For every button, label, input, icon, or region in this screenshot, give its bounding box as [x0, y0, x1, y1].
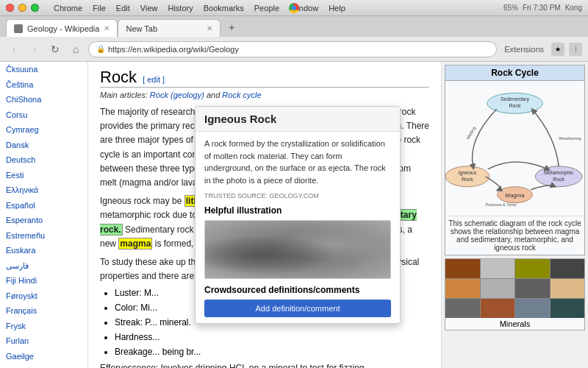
bookmark-icon[interactable]: ★ [551, 43, 564, 56]
sidebar-item-7[interactable]: Eesti [0, 168, 87, 183]
sidebar-item-4[interactable]: Cymraeg [0, 122, 87, 138]
mineral-cell-8 [551, 279, 585, 298]
sidebar-item-12[interactable]: Euskara [0, 243, 87, 258]
svg-text:Magma: Magma [505, 192, 525, 199]
menu-file[interactable]: File [93, 4, 106, 13]
sidebar-item-15[interactable]: Føroyskt [0, 289, 87, 304]
close-button[interactable] [6, 4, 14, 12]
address-input[interactable]: 🔒 https://en.wikipedia.org/wiki/Geology [88, 41, 497, 57]
list-item-hardness: Hardness... [115, 330, 429, 344]
sidebar-item-0[interactable]: Čksuuna [0, 62, 87, 77]
popup-illustration-title: Helpful illustration [204, 205, 391, 216]
sidebar-item-8[interactable]: Ελληνικά [0, 183, 87, 198]
popup-image-content [205, 221, 390, 278]
sidebar-item-2[interactable]: ChiShona [0, 92, 87, 107]
menu-bookmarks[interactable]: Bookmarks [204, 4, 244, 13]
sidebar-item-18[interactable]: Furlan [0, 333, 87, 349]
forward-button[interactable]: › [26, 41, 43, 57]
edit-link[interactable]: [ edit ] [143, 75, 165, 84]
mineral-cell-9 [445, 299, 480, 318]
rock-cycle-title: Rock Cycle [445, 66, 584, 81]
minerals-label: Minerals [445, 318, 584, 330]
popup-source: TRUSTED SOURCE: GEOLOGY.COM [204, 192, 391, 199]
svg-text:Pressure & Temp: Pressure & Temp [486, 202, 517, 207]
list-item-breakage: Breakage... being br... [115, 345, 429, 358]
sidebar-item-14[interactable]: Fiji Hindi [0, 273, 87, 289]
mineral-cell-4 [551, 259, 585, 278]
main-layout: Čksuuna Čeština ChiShona Corsu Cymraeg D… [0, 62, 588, 368]
rock-cycle-caption: This schematic diagram of the rock cycle… [445, 216, 584, 255]
tab-bar: Geology - Wikipedia ✕ New Tab ✕ + [0, 16, 588, 37]
reload-button[interactable]: ↻ [47, 41, 63, 57]
popup-crowdsourced-title: Crowdsourced definitions/comments [204, 285, 391, 295]
tab-label-newtab: New Tab [126, 24, 157, 33]
sidebar-item-9[interactable]: Español [0, 198, 87, 213]
sidebar-item-6[interactable]: Deutsch [0, 152, 87, 168]
url-text: https://en.wikipedia.org/wiki/Geology [108, 45, 239, 54]
mineral-cell-10 [481, 299, 515, 318]
tab-newtab[interactable]: New Tab ✕ [118, 19, 220, 37]
minerals-grid-image [445, 259, 584, 318]
sidebar-item-11[interactable]: Estremeñu [0, 228, 87, 244]
minimize-button[interactable] [18, 4, 26, 12]
rock-cycle-link[interactable]: Rock cycle [222, 91, 261, 99]
tab-close-newtab[interactable]: ✕ [207, 24, 212, 32]
sidebar-item-3[interactable]: Corsu [0, 107, 87, 123]
lock-icon: 🔒 [96, 45, 105, 53]
sidebar-item-5[interactable]: Dansk [0, 138, 87, 153]
svg-text:Metamorphic: Metamorphic [544, 170, 574, 176]
title-bar: Chrome File Edit View History Bookmarks … [0, 0, 588, 16]
main-articles-line: Main articles: Rock (geology) and Rock c… [100, 91, 429, 99]
title-bar-right: 65% Fri 7:30 PM Kong [503, 4, 582, 12]
svg-text:Igneous: Igneous [458, 170, 476, 176]
home-button[interactable]: ⌂ [68, 41, 84, 57]
popup-title: Igneous Rock [204, 113, 391, 125]
popup-definition: A rock formed by the crystallization or … [204, 138, 391, 186]
page-title: Rock [100, 68, 137, 87]
rock-cycle-diagram: Sedimentary Rock Igneous Rock Metamorphi… [445, 81, 584, 213]
sidebar-item-19[interactable]: Gaeilge [0, 349, 87, 364]
toolbar-icons: ★ ⋮ [551, 43, 582, 56]
sidebar-item-17[interactable]: Frysk [0, 319, 87, 334]
menu-bar: Chrome File Edit View History Bookmarks … [54, 4, 345, 13]
menu-chrome[interactable]: Chrome [54, 4, 82, 13]
tab-geology[interactable]: Geology - Wikipedia ✕ [6, 19, 118, 37]
menu-help[interactable]: Help [329, 4, 345, 13]
back-button[interactable]: ‹ [6, 41, 22, 57]
svg-text:Rock: Rock [509, 103, 521, 108]
mineral-cell-3 [515, 259, 550, 278]
wiki-content: Rock [ edit ] Main articles: Rock (geolo… [88, 62, 441, 368]
title-bar-center [289, 3, 299, 13]
popup-header: Igneous Rock [196, 107, 400, 132]
tab-close-geology[interactable]: ✕ [104, 24, 110, 32]
address-bar: ‹ › ↻ ⌂ 🔒 https://en.wikipedia.org/wiki/… [0, 37, 588, 62]
mineral-cell-5 [445, 279, 480, 298]
settings-icon[interactable]: ⋮ [569, 43, 582, 56]
menu-view[interactable]: View [140, 4, 158, 13]
sidebar-item-20[interactable]: Gàidhlig [0, 364, 87, 368]
rock-cycle-box: Rock Cycle Sedimentary Rock Igneous Rock… [445, 65, 585, 255]
tab-label-geology: Geology - Wikipedia [27, 24, 99, 33]
mineral-cell-11 [515, 299, 550, 318]
window-controls[interactable] [6, 4, 39, 12]
magma-highlight2: magma [118, 238, 152, 250]
popup-body: A rock formed by the crystallization or … [196, 132, 400, 323]
svg-text:Rock: Rock [553, 177, 564, 182]
maximize-button[interactable] [31, 4, 39, 12]
minerals-box: Minerals [445, 258, 585, 330]
sidebar-item-16[interactable]: Français [0, 303, 87, 319]
extensions-label[interactable]: Extensions [504, 45, 544, 54]
language-sidebar: Čksuuna Čeština ChiShona Corsu Cymraeg D… [0, 62, 88, 368]
clock: Fri 7:30 PM [523, 4, 561, 12]
rock-geology-link[interactable]: Rock (geology) [150, 91, 204, 99]
new-tab-button[interactable]: + [223, 19, 240, 35]
mineral-cell-6 [481, 279, 515, 298]
menu-people[interactable]: People [254, 4, 279, 13]
sidebar-item-13[interactable]: فارسی [0, 258, 87, 274]
menu-history[interactable]: History [168, 4, 193, 13]
add-definition-button[interactable]: Add definition/comment [204, 300, 391, 317]
sidebar-item-10[interactable]: Esperanto [0, 213, 87, 228]
sidebar-item-1[interactable]: Čeština [0, 77, 87, 93]
menu-edit[interactable]: Edit [116, 4, 130, 13]
mineral-cell-7 [515, 279, 550, 298]
